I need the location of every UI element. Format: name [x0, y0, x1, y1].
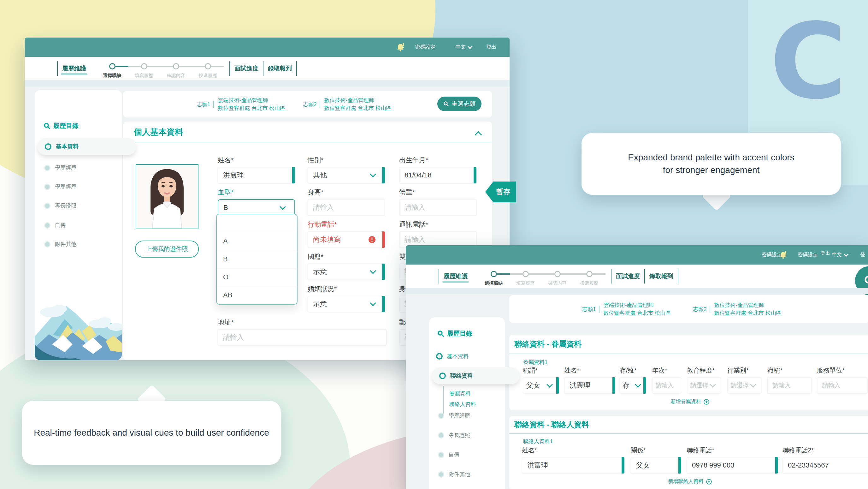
blood-option-empty[interactable] — [217, 214, 297, 232]
resume-toc-sidebar: 履歷目錄 基本資料 眷屬資料 聯絡人資料 學歷經歷 專長證照 自傳 附件其他 — [429, 317, 505, 489]
content-top-band — [25, 80, 509, 86]
sidebar-item-basic-active[interactable]: 基本資料 — [37, 138, 136, 155]
nav-password-settings[interactable]: 密碼設定 — [415, 37, 435, 57]
dot-icon — [44, 165, 51, 171]
tab-interview-progress[interactable]: 面試進度 — [612, 272, 644, 280]
chevron-down-icon — [710, 381, 716, 388]
dependents-card: 聯絡資料 - 眷屬資料 眷屬資料1 稱謂* 父女 姓名* 洪襄理 存/歿* 存 … — [509, 335, 868, 410]
dep-alive-select[interactable]: 存 — [620, 377, 646, 394]
upload-photo-button[interactable]: 上傳我的證件照 — [135, 240, 199, 258]
section-title-contacts: 聯絡資料 - 聯絡人資料 — [514, 420, 589, 430]
blood-option-ab[interactable]: AB — [217, 286, 297, 304]
blood-option-o[interactable]: O — [217, 268, 297, 286]
sidebar-item-certificates[interactable]: 專長證照 — [438, 432, 470, 439]
wish2-text: 數位技術-產品管理師數位暨客群處 台北市 松山區 — [714, 301, 781, 317]
chevron-down-icon — [844, 252, 849, 257]
dep-title-select[interactable]: 父女 — [523, 377, 559, 394]
sidebar-item-attachments[interactable]: 附件其他 — [438, 471, 470, 478]
field-birth: 出生年月* 81/04/18 — [399, 155, 476, 183]
field-dep-alive: 存/歿* 存 — [620, 366, 646, 394]
chevron-down-icon — [547, 381, 553, 388]
wish1-text: 雲端技術-產品管理師數位暨客群處 台北市 松山區 — [603, 301, 671, 317]
step-dot — [141, 63, 147, 69]
plus-circle-icon — [706, 479, 712, 485]
step-dot — [554, 271, 561, 277]
field-contact-name: 姓名* 洪富理 — [522, 446, 624, 473]
dep-name-input[interactable]: 洪襄理 — [564, 377, 615, 394]
dep-year-input[interactable]: 請輸入 — [652, 377, 681, 394]
tab-resume-maintain[interactable]: 履歷維護 — [58, 64, 91, 73]
field-dep-education: 教育程度* 請選擇 — [687, 366, 721, 394]
content-top-band — [406, 288, 868, 294]
chevron-down-icon — [370, 300, 376, 306]
blood-option-a[interactable]: A — [217, 232, 297, 250]
dot-icon — [44, 203, 51, 209]
nationality-select[interactable]: 示意 — [308, 264, 385, 280]
nav-language[interactable]: 中文 — [456, 37, 472, 57]
sidebar-item-education[interactable]: 學歷經歷 — [438, 412, 470, 419]
notification-bell[interactable] — [397, 37, 405, 57]
name-input[interactable]: 洪襄理 — [218, 167, 295, 183]
mountain-illustration — [35, 297, 122, 360]
sidebar-item-education-1[interactable]: 學歷經歷 — [44, 164, 76, 171]
ring-icon — [45, 143, 52, 150]
module-tabbar: 履歷維護 選擇職缺 填寫履歷 確認內容 投遞履歷 面試進度 — [406, 264, 868, 288]
sidebar-item-contact-active[interactable]: 聯絡資料 — [432, 367, 520, 384]
nav-language[interactable]: 中文 — [832, 245, 848, 264]
add-contact-link[interactable]: 新增聯絡人資料 — [509, 478, 868, 485]
contact-phone-input[interactable]: 0978 999 003 — [687, 457, 778, 473]
callout-left-text: Real-time feedback and visual cues to bu… — [34, 427, 269, 439]
wish2-label: 志願2 — [693, 306, 710, 313]
dep-industry-select[interactable]: 請選擇 — [727, 377, 762, 394]
tab-interview-progress[interactable]: 面試進度 — [230, 64, 263, 73]
field-name: 姓名* 洪襄理 — [218, 155, 295, 183]
marriage-select[interactable]: 示意 — [308, 296, 385, 312]
section-divider — [509, 433, 868, 434]
dot-icon — [438, 412, 444, 419]
tab-admission[interactable]: 錄取報到 — [264, 64, 296, 73]
sidebar-item-certificates[interactable]: 專長證照 — [44, 202, 76, 209]
contact-relation-input[interactable]: 父女 — [631, 457, 681, 473]
notification-bell[interactable] — [780, 245, 787, 264]
weight-input[interactable]: 請輸入 — [399, 199, 476, 215]
dep-employer-input[interactable]: 請輸入 — [817, 377, 867, 394]
tab-admission[interactable]: 錄取報到 — [645, 272, 678, 280]
sidebar-item-education-2[interactable]: 學歷經歷 — [44, 183, 76, 190]
contact-name-input[interactable]: 洪富理 — [522, 457, 624, 473]
height-input[interactable]: 請輸入 — [308, 199, 385, 215]
sidebar-subitem-dependents[interactable]: 眷屬資料 — [449, 390, 471, 397]
address-input[interactable]: 請輸入 — [218, 329, 386, 346]
search-icon — [864, 275, 868, 286]
reselect-wish-button[interactable]: 重選志願 — [437, 96, 482, 111]
dot-icon — [44, 241, 51, 248]
top-navbar: 密碼設定 中文 登出 — [25, 37, 509, 57]
dep-jobtitle-input[interactable]: 請輸入 — [767, 377, 811, 394]
sidebar-item-autobiography[interactable]: 自傳 — [44, 222, 66, 229]
wish-summary-bar: 志願1 雲端技術-產品管理師數位暨客群處 台北市 松山區 志願2 數位技術-產品… — [509, 295, 868, 323]
sidebar-item-autobiography[interactable]: 自傳 — [438, 451, 459, 458]
dot-icon — [438, 471, 444, 478]
gender-select[interactable]: 其他 — [308, 167, 385, 183]
nav-password-settings[interactable]: 密碼設定 — [798, 245, 818, 264]
nav-logout[interactable]: 登出 — [486, 37, 496, 57]
sidebar-subitem-contacts[interactable]: 聯絡人資料 — [449, 401, 476, 408]
sidebar-item-basic[interactable]: 基本資料 — [436, 353, 469, 360]
wish1-text: 雲端技術-產品管理師數位暨客群處 台北市 松山區 — [218, 96, 285, 112]
birth-input[interactable]: 81/04/18 — [399, 167, 476, 183]
add-dependent-link[interactable]: 新增眷屬資料 — [509, 398, 868, 405]
tab-resume-maintain[interactable]: 履歷維護 — [439, 272, 472, 280]
sidebar-item-attachments[interactable]: 附件其他 — [44, 240, 76, 248]
nav-logout-cut[interactable]: 登 — [860, 245, 865, 264]
collapse-chevron-icon[interactable] — [475, 131, 482, 139]
blood-option-b[interactable]: B — [217, 250, 297, 268]
contact-group-label: 聯絡人資料1 — [523, 438, 553, 445]
field-contact-phone2: 聯絡電話2* 02-23345567 — [782, 446, 868, 473]
toc-title: 履歷目錄 — [43, 121, 79, 130]
nav-password-ghost: 密碼設定 — [762, 245, 782, 264]
bell-icon — [397, 42, 405, 52]
step-dot — [586, 271, 593, 277]
contact-phone2-input[interactable]: 02-23345567 — [782, 457, 868, 473]
dep-education-select[interactable]: 請選擇 — [687, 377, 721, 394]
mobile-input[interactable]: 尚未填寫 — [308, 231, 385, 248]
chevron-down-icon — [370, 268, 376, 274]
